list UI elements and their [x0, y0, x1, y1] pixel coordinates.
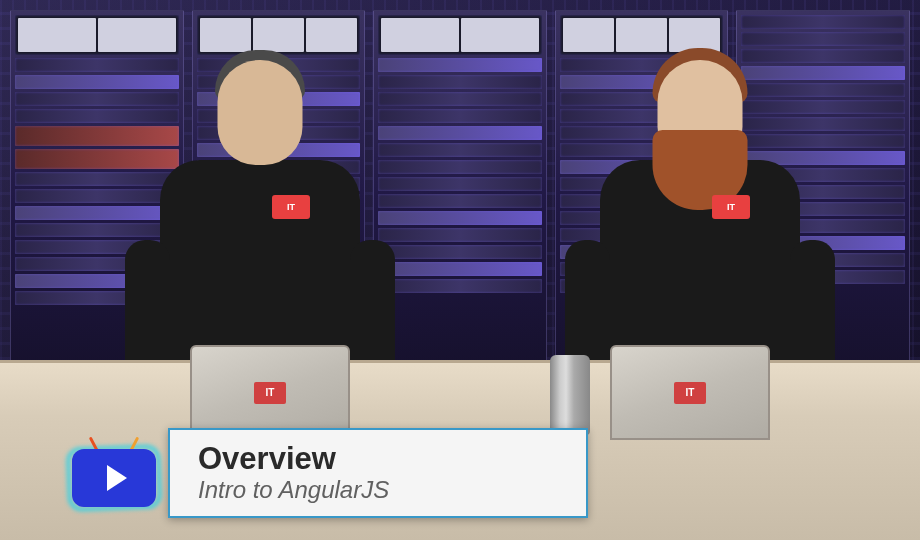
channel-logo [60, 428, 168, 518]
laptop-left [190, 345, 350, 440]
title-card: Overview Intro to AngularJS [168, 428, 588, 518]
tumbler-cup [550, 355, 590, 435]
laptop-logo-left [254, 382, 286, 404]
shirt-badge-left: IT [272, 195, 310, 219]
shirt-badge-right: IT [712, 195, 750, 219]
video-subtitle: Intro to AngularJS [198, 476, 558, 505]
play-icon [107, 465, 127, 491]
laptop-logo-right [674, 382, 706, 404]
lower-third-overlay: Overview Intro to AngularJS [60, 428, 588, 518]
video-title: Overview [198, 442, 558, 476]
laptop-right [610, 345, 770, 440]
